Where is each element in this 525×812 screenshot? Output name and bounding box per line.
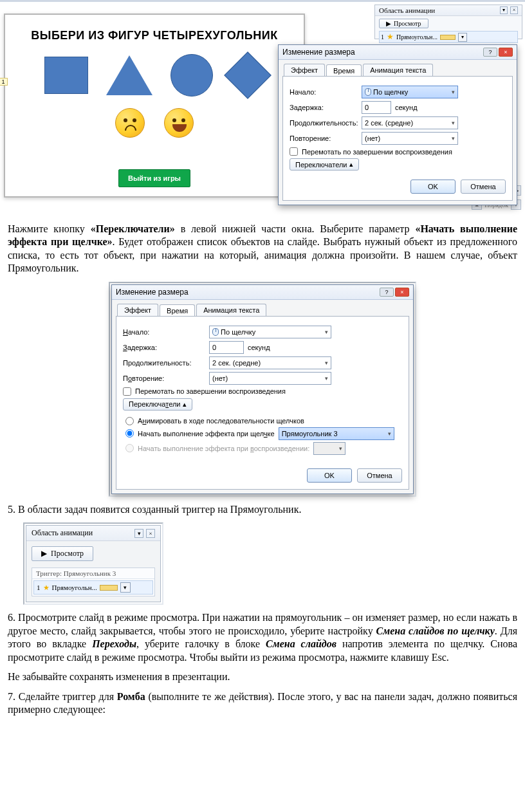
item-index: 1 [381,33,384,41]
cancel-button[interactable]: Отмена [357,468,402,483]
instruction-paragraph-7: 7. Сделайте триггер для Ромба (выполните… [8,690,517,717]
radio-on-play-label: Начать выполнение эффекта при воспроизве… [138,445,309,452]
radio-on-click[interactable] [125,429,134,438]
rewind-label: Перемотать по завершении воспроизведения [135,387,286,395]
shape-triangle[interactable] [106,55,152,95]
radio-on-play [125,444,134,452]
repeat-label: Повторение: [123,374,205,382]
ok-button[interactable]: OK [410,180,456,194]
item-timeline-bar [100,585,118,591]
collapse-icon: ▴ [183,400,187,409]
close-icon[interactable]: × [395,288,409,297]
ok-button[interactable]: OK [307,468,352,483]
triggers-button[interactable]: Переключатели ▴ [290,158,359,171]
shape-row [5,54,304,97]
animation-pane: Область анимации ▾ × ▶ Просмотр Триггер:… [26,525,161,602]
animation-pane-title: Область анимации [379,6,435,14]
duration-dropdown[interactable]: 2 сек. (средне)▾ [209,356,331,369]
duration-dropdown[interactable]: 2 сек. (средне)▾ [362,116,458,129]
tab-effect[interactable]: Эффект [284,64,325,76]
pane-close-icon[interactable]: × [146,529,155,538]
item-label: Прямоугольн... [396,33,438,41]
trigger-group-header: Триггер: Прямоугольник 3 [32,568,154,579]
instruction-paragraph-6: 6. Просмотрите слайд в режиме просмотра.… [8,611,517,664]
start-label: Начало: [123,328,205,336]
animation-pane-title: Область анимации [32,528,93,538]
item-index: 1 [37,584,41,591]
dialog-title: Изменение размера [116,288,189,297]
animation-list-item[interactable]: 1 ★ Прямоугольн... ▾ [33,580,153,595]
tab-time[interactable]: Время [160,304,195,317]
item-label: Прямоугольн... [52,584,97,591]
collapse-icon: ▴ [349,160,353,169]
triggers-button[interactable]: Переключатели ▴ [123,398,192,411]
item-timeline-bar [440,35,456,40]
delay-unit: секунд [395,104,418,111]
emoji-sad[interactable] [115,108,145,138]
delay-label: Задержка: [123,344,205,351]
rewind-checkbox[interactable] [123,387,131,396]
shape-diamond[interactable] [224,51,272,99]
pane-dropdown-icon[interactable]: ▾ [134,529,143,538]
exit-game-button[interactable]: Выйти из игры [118,169,190,187]
tab-text-animation[interactable]: Анимация текста [363,64,433,76]
repeat-dropdown[interactable]: (нет)▾ [362,132,458,145]
item-menu-dropdown[interactable]: ▾ [120,582,131,593]
delay-label: Задержка: [290,104,358,111]
radio-on-click-label: Начать выполнение эффекта при щелчке [138,430,275,438]
star-icon: ★ [43,584,50,592]
delay-spinner[interactable]: 0 [209,341,244,354]
instruction-paragraph-1: Нажмите кнопку «Переключатели» в левой н… [8,223,517,275]
pane-dropdown-icon[interactable]: ▾ [500,6,508,14]
star-icon: ★ [387,32,394,42]
duration-label: Продолжительность: [290,119,358,127]
help-icon[interactable]: ? [483,48,497,57]
instruction-paragraph-save: Не забывайте сохранять изменения в презе… [8,670,517,683]
tab-time[interactable]: Время [326,64,362,77]
rewind-checkbox[interactable] [290,147,298,156]
shape-oval[interactable] [170,54,213,97]
shape-rectangle[interactable] [44,57,88,94]
repeat-label: Повторение: [290,134,358,142]
animation-list-item[interactable]: 1 ★ Прямоугольн... ▾ [379,31,518,43]
trigger-group: Триггер: Прямоугольник 3 1 ★ Прямоугольн… [32,567,155,596]
play-object-dropdown-disabled: ▾ [313,442,345,455]
radio-sequence[interactable] [125,417,134,425]
start-label: Начало: [290,88,358,96]
trigger-object-dropdown[interactable]: Прямоугольник 3▾ [279,427,394,440]
tab-text-animation[interactable]: Анимация текста [196,304,266,316]
start-dropdown[interactable]: По щелчку▾ [362,86,458,98]
screenshot-composite-1: 1 ВЫБЕРИ ИЗ ФИГУР ЧЕТЫРЕХУГОЛЬНИК Выйти … [0,0,525,216]
rewind-label: Перемотать по завершении воспроизведения [302,148,452,156]
play-preview-button[interactable]: ▶ Просмотр [32,546,93,561]
resize-dialog-large: Изменение размера ? × Эффект Время Анима… [111,284,414,494]
tab-effect[interactable]: Эффект [117,304,158,316]
pane-close-icon[interactable]: × [510,6,518,14]
resize-dialog-small: Изменение размера ? × Эффект Время Анима… [278,44,517,205]
slide-title: ВЫБЕРИ ИЗ ФИГУР ЧЕТЫРЕХУГОЛЬНИК [5,29,304,42]
close-icon[interactable]: × [499,48,513,57]
animation-tag: 1 [0,78,8,86]
start-dropdown[interactable]: По щелчку▾ [209,326,331,338]
dialog-title: Изменение размера [282,48,355,57]
screenshot-3: Область анимации ▾ × ▶ Просмотр Триггер:… [23,522,517,605]
animation-pane-small: Область анимации ▾ × ▶ Просмотр 1 ★ Прям… [374,5,522,39]
instruction-paragraph-5: 5. В области задач появится созданный тр… [8,503,517,516]
screenshot-2: Изменение размера ? × Эффект Время Анима… [8,282,517,497]
delay-unit: секунд [248,344,270,351]
delay-spinner[interactable]: 0 [362,101,391,114]
radio-sequence-label: Анимировать в ходе последовательности ще… [138,417,304,425]
repeat-dropdown[interactable]: (нет)▾ [209,372,331,385]
help-icon[interactable]: ? [380,288,394,297]
play-preview-button[interactable]: ▶ Просмотр [379,19,428,28]
emoji-happy[interactable] [164,108,194,138]
cancel-button[interactable]: Отмена [461,180,506,194]
duration-label: Продолжительность: [123,359,205,367]
slide-canvas: 1 ВЫБЕРИ ИЗ ФИГУР ЧЕТЫРЕХУГОЛЬНИК Выйти … [4,14,305,198]
mouse-icon [212,328,219,336]
mouse-icon [365,88,371,96]
item-menu-dropdown[interactable]: ▾ [458,33,467,42]
